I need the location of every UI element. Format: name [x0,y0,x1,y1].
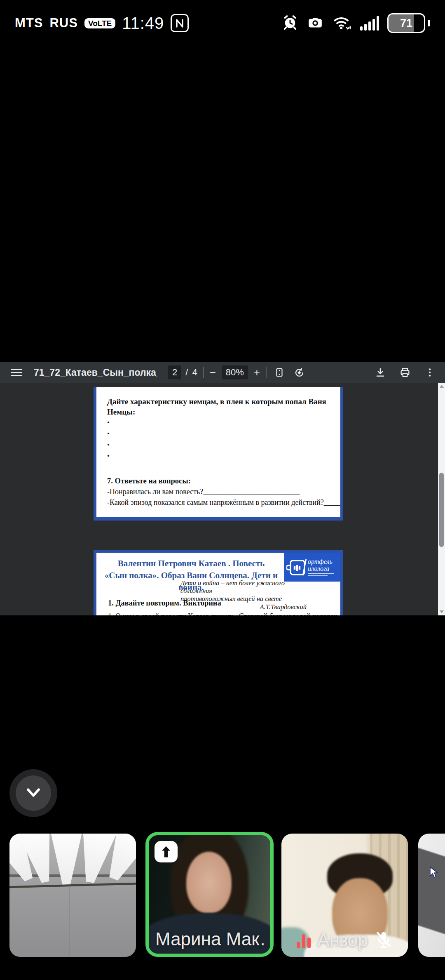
question-line: -Какой эпизод показался самым напряжённы… [107,497,330,508]
toolbar-separator [266,367,267,378]
mouse-cursor [429,866,439,880]
battery-percent: 71 [400,17,412,30]
logo-text-line2: илолога [308,565,334,572]
page-total: 4 [192,367,197,378]
worksheet-subheading: Немцы: [107,407,330,417]
camera-icon [307,14,324,32]
screen-share-badge [155,841,178,862]
quiz-question-line1: 1. О ком в своей повести Катаев пишет: «… [108,610,333,615]
more-options-icon[interactable] [423,365,437,379]
questions-heading: 7. Ответьте на вопросы: [107,476,330,486]
pdf-scrollbar[interactable] [438,383,445,615]
scrollbar-thumb[interactable] [439,473,444,547]
pdf-page-1: Дайте характеристику немцам, в плен к ко… [94,387,343,521]
pdf-filename: 71_72_Катаев_Сын_полка_для_учеников.pdf [34,367,157,378]
fit-page-icon[interactable] [272,365,286,379]
quiz-question: 1. О ком в своей повести Катаев пишет: «… [108,610,333,615]
network-label: RUS [49,16,77,31]
lesson-title-line1: Валентин Петрович Катаев . Повесть [96,558,286,570]
wifi-icon [332,14,352,33]
collapse-button-inner [16,775,51,811]
signal-strength-icon [360,16,379,31]
bullet-item: • [107,439,330,450]
pdf-page-2: Валентин Петрович Катаев . Повесть «Сын … [94,550,343,615]
participant-tile-1[interactable] [9,834,136,957]
participant-label-row: Анзор [281,930,408,950]
scroll-up-arrow[interactable] [438,383,445,390]
mic-muted-icon [375,930,393,950]
collapse-panel-button[interactable] [9,769,57,817]
print-icon[interactable] [398,365,412,379]
pdf-toolbar: 71_72_Катаев_Сын_полка_для_учеников.pdf … [0,362,445,383]
page-number-input[interactable]: 2 [168,365,181,379]
battery-icon: 71 [387,13,425,33]
pdf-viewer: 71_72_Катаев_Сын_полка_для_учеников.pdf … [0,362,445,615]
volte-badge: VoLTE [84,18,115,28]
epigraph-line1: Дети и война – нет более ужасного сближе… [180,579,307,595]
page-divider: / [185,367,188,378]
participant-tile-2-active-speaker[interactable]: Марина Мак… [145,832,274,957]
poor-connection-icon [297,932,311,948]
status-bar: MTS RUS VoLTE 11:49 [0,12,445,35]
alarm-icon [282,14,298,32]
participant-name: Анзор [317,930,368,950]
zoom-controls: − 80% + [210,365,260,379]
logo-text-line1: ортфель [308,558,334,565]
bullet-item: • [107,417,330,428]
page-controls: 2 / 4 [168,365,197,379]
bullet-item: • [107,428,330,439]
decorative-shape [69,886,70,957]
carrier-label: MTS [15,16,43,31]
battery-nub [428,20,430,26]
worksheet-heading: Дайте характеристику немцам, в плен к ко… [107,396,330,407]
logo-smallprint-lines [308,573,334,576]
chevron-down-icon [24,787,43,799]
participant-name: Марина Мак… [155,929,266,949]
scroll-down-arrow[interactable] [438,608,445,615]
pdf-document-area[interactable]: Дайте характеристику немцам, в плен к ко… [0,383,438,615]
rotate-icon[interactable] [292,365,306,379]
participant-video [9,834,136,957]
status-bar-right: 71 [282,13,430,33]
bullet-item: • [107,450,330,462]
question-line: -Понравилась ли вам повесть?____________… [107,486,330,497]
nfc-icon [171,14,189,32]
zoom-in-button[interactable]: + [254,366,260,379]
briefcase-icon [286,556,308,579]
toolbar-actions [373,365,437,379]
zoom-out-button[interactable]: − [210,366,216,379]
status-bar-left: MTS RUS VoLTE 11:49 [15,14,189,33]
arrow-up-icon [160,845,172,858]
decorative-shape [418,836,445,949]
participant-video [418,834,445,957]
blank-line: ________________________________________… [107,511,330,521]
zoom-level-input[interactable]: 80% [222,365,248,379]
section-heading: 1. Давайте повторим. Викторина [108,599,221,608]
decorative-shape [186,852,231,913]
menu-icon[interactable] [11,369,22,376]
clock-time: 11:49 [122,14,164,33]
publisher-logo: ортфель илолога [284,553,340,582]
participant-tile-3[interactable]: Анзор [281,834,408,957]
download-icon[interactable] [373,365,387,379]
participant-tile-4[interactable]: Х [418,834,445,957]
toolbar-separator [203,367,204,378]
